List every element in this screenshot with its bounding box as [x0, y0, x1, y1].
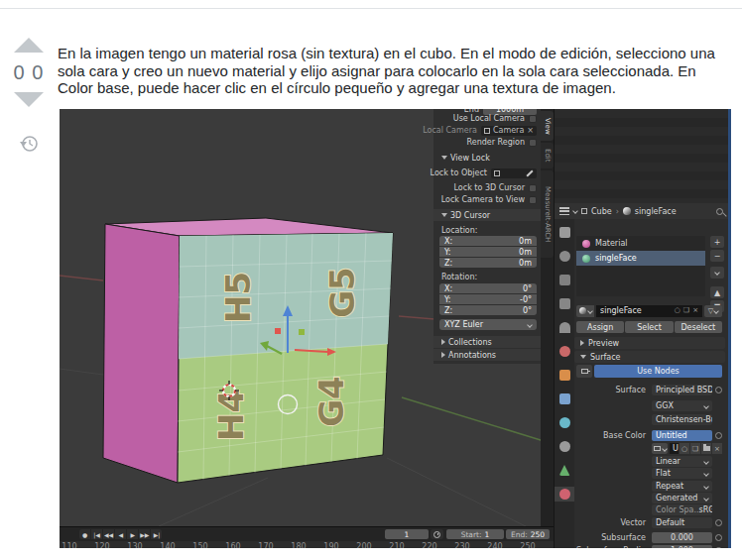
cursor-location-y[interactable]: Y: 0m [439, 247, 537, 257]
tab-object-data[interactable] [555, 463, 574, 478]
add-slot-button[interactable]: + [710, 236, 724, 248]
extension-dropdown[interactable]: Repeat [652, 481, 712, 492]
tab-material[interactable] [555, 487, 574, 502]
annotations-header[interactable]: Annotations [433, 349, 541, 361]
vote-up-button[interactable] [14, 38, 44, 53]
frame-start-field[interactable]: Start:1 [446, 529, 504, 539]
play-reverse-button[interactable]: ◀ [115, 529, 126, 539]
eyedropper-icon[interactable] [526, 169, 533, 176]
fake-user-icon[interactable]: ○ [680, 443, 689, 454]
animate-dot[interactable] [715, 519, 722, 526]
copy-image-icon[interactable]: ❏ [690, 443, 700, 454]
assign-button[interactable]: Assign [576, 321, 624, 333]
current-frame-field[interactable]: 1 [385, 529, 429, 539]
unlink-icon[interactable]: × [692, 307, 698, 314]
browse-image-button[interactable] [652, 443, 668, 454]
material-slot-selected[interactable]: singleFace [576, 251, 705, 266]
tab-output[interactable] [555, 273, 574, 287]
lock-3d-cursor-checkbox[interactable] [529, 184, 537, 192]
lock-camera-view-checkbox[interactable] [529, 196, 537, 204]
distribution-dropdown[interactable]: GGX [652, 400, 712, 411]
tab-scene[interactable] [555, 320, 574, 335]
tab-constraints[interactable] [555, 439, 574, 454]
animate-dot[interactable] [715, 387, 722, 393]
cursor-rotation-z[interactable]: Z: 0° [439, 305, 537, 315]
gizmo-plane-handle-red[interactable] [275, 328, 281, 334]
open-image-icon[interactable] [701, 443, 711, 454]
projection-row: Flat [576, 468, 722, 479]
cursor-location-z[interactable]: Z: 0m [439, 258, 537, 268]
subsurface-radius-slider-1[interactable]: 1.000 [652, 545, 712, 548]
animate-dot[interactable] [715, 547, 722, 548]
vector-dropdown[interactable]: Default [652, 517, 712, 528]
prev-keyframe-button[interactable]: ◀◀ [103, 529, 114, 539]
collections-header[interactable]: Collections [433, 336, 541, 348]
color-space-dropdown[interactable]: Color Spa.. sRGB [652, 504, 712, 515]
tab-modifiers[interactable] [555, 392, 574, 406]
frame-end-field[interactable]: End:250 [506, 529, 550, 539]
use-local-camera-checkbox[interactable] [529, 115, 537, 123]
use-nodes-button[interactable]: Use Nodes [594, 365, 722, 378]
tab-view-layer[interactable] [555, 296, 574, 311]
render-region-checkbox[interactable] [529, 139, 537, 147]
filter-funnel-icon[interactable]: ▽ [704, 305, 722, 317]
tab-render[interactable] [555, 249, 574, 264]
jump-to-end-button[interactable]: ▶| [151, 529, 162, 539]
gizmo-plane-handle-green[interactable] [299, 329, 305, 335]
outliner-panel[interactable] [554, 109, 728, 203]
new-material-icon[interactable]: ❏ [683, 307, 689, 314]
timeline-ruler[interactable]: 110 120 130 140 150 160 170 180 190 200 … [60, 541, 554, 548]
surface-shader-dropdown[interactable]: Principled BSDF [652, 385, 712, 395]
image-name-field[interactable]: Untitled [670, 443, 679, 454]
remove-slot-button[interactable]: − [710, 250, 724, 262]
slot-specials-button[interactable] [710, 267, 724, 279]
cube[interactable]: H5 G5 H4 G4 [103, 218, 393, 483]
source-dropdown[interactable]: Generated [652, 493, 712, 504]
deselect-button[interactable]: Deselect [675, 321, 722, 333]
play-button[interactable]: ▶ [127, 529, 138, 539]
clear-icon[interactable]: × [527, 126, 534, 135]
preview-panel-header[interactable]: Preview [574, 337, 725, 349]
timecode-clock-icon[interactable] [431, 529, 443, 539]
fake-user-icon[interactable]: ○ [675, 307, 680, 314]
tab-object[interactable] [555, 368, 574, 383]
tab-physics[interactable] [555, 415, 574, 430]
select-button[interactable]: Select [625, 321, 673, 333]
ruler-tick: 130 [127, 542, 142, 548]
browse-material-button[interactable] [576, 305, 594, 317]
cursor-location-x[interactable]: X: 0m [439, 236, 537, 246]
next-keyframe-button[interactable]: ▶▶ [139, 529, 150, 539]
subsurface-method-dropdown[interactable]: Christensen-Burley [652, 414, 712, 425]
window-edge-highlight [728, 109, 731, 548]
lock-to-object-field[interactable] [491, 168, 537, 178]
z-label: Z: [444, 259, 452, 268]
editor-type-icon[interactable] [559, 207, 569, 215]
interpolation-dropdown[interactable]: Linear [652, 456, 712, 467]
animate-dot[interactable] [715, 432, 722, 439]
local-camera-field[interactable]: Camera × [481, 126, 537, 136]
animate-dot[interactable] [715, 534, 722, 541]
tab-edit[interactable]: Edit [541, 143, 554, 168]
cursor-rotation-y[interactable]: Y: -0° [439, 294, 537, 304]
tab-measureit-arch[interactable]: MeasureIt-ARCH [541, 170, 554, 258]
tab-tool[interactable] [555, 225, 574, 240]
tab-view[interactable]: View [541, 111, 554, 141]
subsurface-slider[interactable]: 0.000 [652, 532, 712, 543]
tab-world[interactable] [555, 344, 574, 359]
surface-panel-header[interactable]: Surface [574, 351, 725, 363]
edit-history-icon[interactable] [18, 133, 40, 159]
move-slot-up-button[interactable]: ▲ [710, 286, 724, 298]
pin-icon[interactable] [716, 208, 723, 215]
jump-to-start-button[interactable]: |◀ [91, 529, 102, 539]
unlink-image-icon[interactable]: × [712, 443, 722, 454]
view-lock-header[interactable]: View Lock [433, 152, 541, 164]
rotation-mode-dropdown[interactable]: XYZ Euler [439, 319, 537, 330]
cursor-rotation-x[interactable]: X: 0° [439, 283, 537, 293]
vote-down-button[interactable] [14, 92, 44, 107]
3d-cursor-header[interactable]: 3D Cursor [433, 209, 541, 221]
material-name-field[interactable]: singleFace ○ ❏ × [596, 305, 702, 317]
base-color-value[interactable]: Untitled [652, 430, 712, 441]
material-slot[interactable]: Material [576, 236, 705, 251]
auto-key-button[interactable]: ● [79, 529, 90, 539]
projection-dropdown[interactable]: Flat [652, 468, 712, 479]
